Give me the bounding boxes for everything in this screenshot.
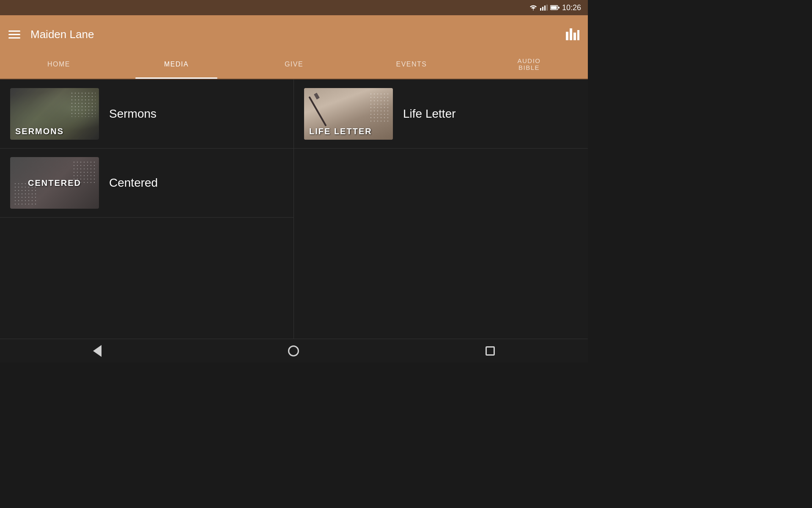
dots-decoration <box>70 91 96 117</box>
life-letter-name: Life Letter <box>403 107 456 121</box>
sermons-thumbnail: SERMONS <box>10 88 99 140</box>
life-letter-item[interactable]: LIFE LETTER Life Letter <box>294 80 588 149</box>
status-bar: 10:26 <box>0 0 588 15</box>
tab-give[interactable]: GIVE <box>235 53 353 79</box>
sermons-thumb-label: SERMONS <box>10 123 99 140</box>
centered-thumb-label: CENTERED <box>10 178 99 188</box>
svg-rect-7 <box>566 32 568 40</box>
svg-rect-8 <box>570 28 572 40</box>
svg-rect-9 <box>573 33 576 40</box>
tab-home[interactable]: HOME <box>0 53 118 79</box>
life-letter-thumb-label: LIFE LETTER <box>304 123 393 140</box>
svg-rect-10 <box>577 30 579 40</box>
centered-item[interactable]: CENTERED Centered <box>0 149 294 218</box>
tab-media[interactable]: MEDIA <box>118 53 235 79</box>
sermons-name: Sermons <box>109 107 156 121</box>
life-letter-dots <box>369 92 390 122</box>
tab-events[interactable]: EVENTS <box>353 53 470 79</box>
wifi-icon <box>529 5 538 11</box>
svg-rect-6 <box>558 7 560 8</box>
bottom-nav <box>0 339 588 362</box>
app-bar-left: Maiden Lane <box>8 28 94 41</box>
home-button[interactable] <box>288 345 299 356</box>
status-icons: 10:26 <box>529 3 581 12</box>
back-button[interactable] <box>93 345 102 357</box>
life-letter-thumbnail: LIFE LETTER <box>304 88 393 140</box>
signal-icon <box>540 5 548 11</box>
tab-audio-bible[interactable]: AUDIOBIBLE <box>470 53 588 79</box>
sermons-item[interactable]: SERMONS Sermons <box>0 80 294 149</box>
centered-thumbnail: CENTERED <box>10 157 99 209</box>
svg-rect-0 <box>540 8 541 11</box>
left-column: SERMONS Sermons CENTERED Centered <box>0 80 294 339</box>
centered-name: Centered <box>109 176 158 190</box>
svg-rect-5 <box>551 6 557 9</box>
recents-button[interactable] <box>486 346 495 356</box>
right-column: LIFE LETTER Life Letter <box>294 80 588 339</box>
app-bar: Maiden Lane <box>0 15 588 53</box>
svg-rect-3 <box>546 5 548 11</box>
svg-rect-2 <box>544 6 546 11</box>
status-time: 10:26 <box>562 3 581 12</box>
bar-chart-icon[interactable] <box>566 28 579 40</box>
app-title: Maiden Lane <box>30 28 94 41</box>
battery-icon <box>550 5 560 10</box>
nav-tabs: HOME MEDIA GIVE EVENTS AUDIOBIBLE <box>0 53 588 79</box>
svg-rect-1 <box>542 7 543 11</box>
hamburger-button[interactable] <box>8 30 20 39</box>
content-area: SERMONS Sermons CENTERED Centered <box>0 80 588 339</box>
